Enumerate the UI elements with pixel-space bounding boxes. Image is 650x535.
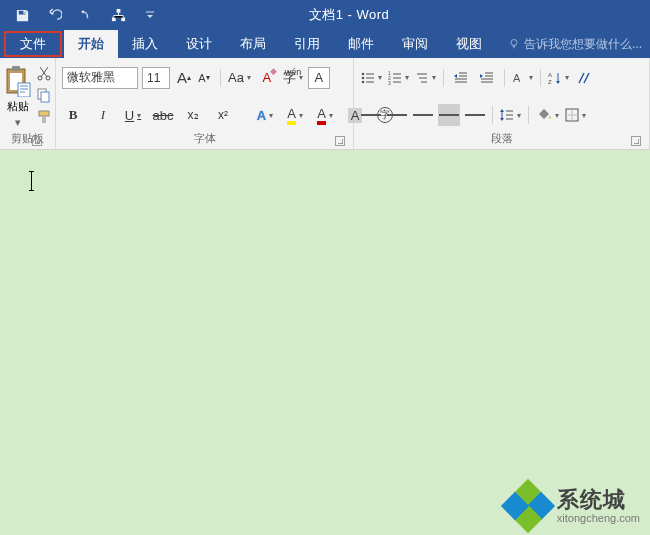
clear-formatting-button[interactable]: A◆ — [256, 67, 278, 89]
svg-text:A: A — [548, 72, 552, 78]
watermark-diamond-icon — [505, 483, 551, 529]
format-painter-icon[interactable] — [36, 109, 52, 129]
line-spacing-button[interactable] — [499, 104, 522, 126]
multilevel-icon — [415, 71, 429, 85]
window-title: 文档1 - Word — [158, 6, 540, 24]
tab-view[interactable]: 视图 — [442, 30, 496, 58]
borders-button[interactable] — [564, 104, 587, 126]
redo-icon[interactable] — [78, 7, 94, 23]
svg-text:3: 3 — [388, 80, 391, 85]
borders-icon — [565, 108, 579, 122]
numbering-button[interactable]: 123 — [387, 67, 410, 89]
decrease-indent-icon — [454, 71, 468, 85]
svg-rect-0 — [116, 8, 120, 12]
svg-rect-11 — [41, 92, 49, 102]
strikethrough-button[interactable]: abc — [152, 104, 174, 126]
change-case-button[interactable]: Aa — [227, 67, 252, 89]
font-size-input[interactable] — [142, 67, 170, 89]
svg-rect-5 — [12, 66, 20, 71]
bold-button[interactable]: B — [62, 104, 84, 126]
qat-customize-icon[interactable] — [142, 7, 158, 23]
hierarchy-icon[interactable] — [110, 7, 126, 23]
character-border-button[interactable]: A — [308, 67, 330, 89]
tab-references[interactable]: 引用 — [280, 30, 334, 58]
align-right-button[interactable] — [412, 104, 434, 126]
svg-rect-12 — [39, 111, 49, 116]
phonetic-guide-button[interactable]: wén字 — [282, 67, 304, 89]
font-color-button[interactable]: A — [314, 104, 336, 126]
tell-me-search[interactable]: 告诉我您想要做什么... — [508, 30, 650, 58]
clipboard-icon — [4, 65, 32, 97]
increase-indent-icon — [480, 71, 494, 85]
svg-point-3 — [511, 40, 517, 46]
tab-design[interactable]: 设计 — [172, 30, 226, 58]
italic-button[interactable]: I — [92, 104, 114, 126]
clipboard-launcher-icon[interactable] — [32, 136, 42, 146]
bullets-icon — [361, 71, 375, 85]
font-group-label: 字体 — [62, 131, 347, 147]
superscript-button[interactable]: x² — [212, 104, 234, 126]
tab-file[interactable]: 文件 — [4, 31, 62, 57]
tab-insert[interactable]: 插入 — [118, 30, 172, 58]
svg-point-14 — [362, 72, 365, 75]
svg-rect-2 — [121, 17, 125, 21]
svg-text:A: A — [513, 72, 521, 84]
tab-home[interactable]: 开始 — [64, 30, 118, 58]
multilevel-list-button[interactable] — [414, 67, 437, 89]
svg-text:Z: Z — [548, 79, 552, 85]
svg-point-15 — [362, 76, 365, 79]
tab-layout[interactable]: 布局 — [226, 30, 280, 58]
paste-dropdown-icon[interactable]: ▾ — [15, 116, 21, 129]
paste-button[interactable]: 粘贴 ▾ — [4, 65, 32, 129]
underline-button[interactable]: U — [122, 104, 144, 126]
bullets-button[interactable] — [360, 67, 383, 89]
tell-me-text: 告诉我您想要做什么... — [524, 36, 642, 53]
clipboard-group-label: 剪贴板 — [11, 131, 44, 147]
svg-rect-7 — [18, 83, 30, 97]
watermark-logo: 系统城 xitongcheng.com — [505, 483, 640, 529]
tab-review[interactable]: 审阅 — [388, 30, 442, 58]
align-distributed-button[interactable] — [464, 104, 486, 126]
paragraph-group-label: 段落 — [360, 131, 643, 147]
svg-rect-1 — [111, 17, 115, 21]
watermark-sub: xitongcheng.com — [557, 513, 640, 524]
line-spacing-icon — [500, 108, 514, 122]
watermark-text: 系统城 — [557, 489, 640, 511]
sort-button[interactable]: AZ — [547, 67, 570, 89]
group-paragraph: 123 A AZ — [354, 58, 650, 149]
numbering-icon: 123 — [388, 71, 402, 85]
text-cursor — [31, 172, 32, 190]
decrease-font-button[interactable]: A▾ — [194, 67, 214, 89]
ribbon-tabs: 文件 开始 插入 设计 布局 引用 邮件 审阅 视图 告诉我您想要做什么... — [0, 30, 650, 58]
show-marks-button[interactable] — [574, 67, 596, 89]
paragraph-launcher-icon[interactable] — [631, 136, 641, 146]
group-clipboard: 粘贴 ▾ 剪贴板 — [0, 58, 56, 149]
asian-layout-button[interactable]: A — [511, 67, 534, 89]
svg-rect-13 — [42, 116, 46, 123]
bucket-icon — [536, 108, 552, 122]
increase-indent-button[interactable] — [476, 67, 498, 89]
highlight-button[interactable]: A — [284, 104, 306, 126]
subscript-button[interactable]: x₂ — [182, 104, 204, 126]
font-name-input[interactable] — [62, 67, 138, 89]
text-effects-button[interactable]: A — [254, 104, 276, 126]
cut-icon[interactable] — [36, 65, 52, 85]
svg-point-8 — [38, 76, 42, 80]
document-page[interactable] — [0, 150, 650, 535]
undo-icon[interactable] — [46, 7, 62, 23]
save-icon[interactable] — [14, 7, 30, 23]
increase-font-button[interactable]: A▴ — [174, 67, 194, 89]
tab-mailings[interactable]: 邮件 — [334, 30, 388, 58]
svg-point-9 — [46, 76, 50, 80]
align-justify-button[interactable] — [438, 104, 460, 126]
svg-point-16 — [362, 80, 365, 83]
decrease-indent-button[interactable] — [450, 67, 472, 89]
sort-icon: AZ — [548, 71, 562, 85]
shading-button[interactable] — [535, 104, 560, 126]
align-left-button[interactable] — [360, 104, 382, 126]
align-center-button[interactable] — [386, 104, 408, 126]
lightbulb-icon — [508, 38, 520, 50]
copy-icon[interactable] — [36, 87, 52, 107]
group-font: A▴ A▾ Aa A◆ wén字 A B I U abc x₂ x² A — [56, 58, 354, 149]
font-launcher-icon[interactable] — [335, 136, 345, 146]
